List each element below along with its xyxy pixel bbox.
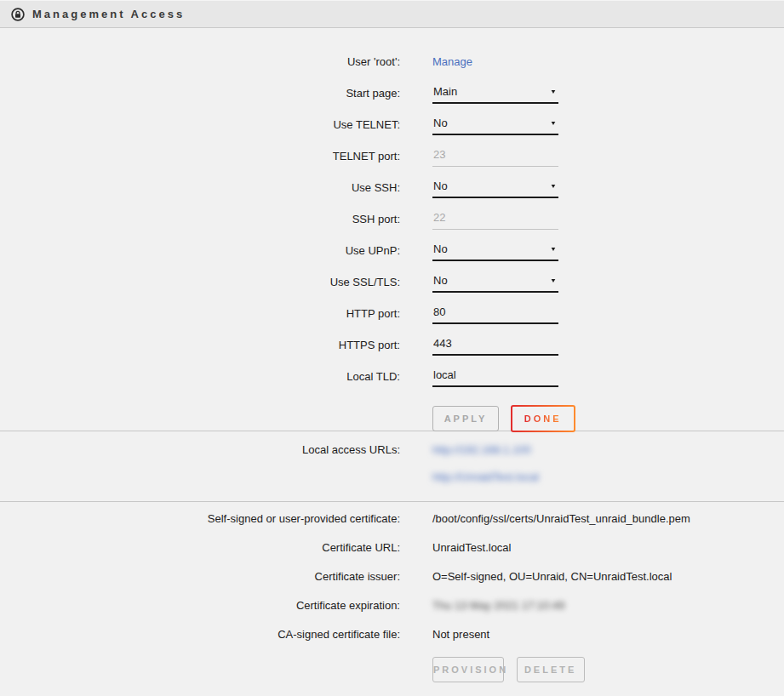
cert-row-url: Certificate URL: UnraidTest.local bbox=[0, 533, 784, 562]
use-ssh-select[interactable]: No ▼ bbox=[432, 177, 558, 198]
form-row-http-port: HTTP port: bbox=[0, 298, 784, 329]
cert-row-ca-file: CA-signed certificate file: Not present bbox=[0, 619, 784, 648]
form-row-use-telnet: Use TELNET: No ▼ bbox=[0, 109, 784, 140]
chevron-down-icon: ▼ bbox=[550, 88, 557, 95]
cert-expiration-value: Thu 13 May 2021 17:10:49 bbox=[432, 599, 784, 612]
form-row-telnet-port: TELNET port: bbox=[0, 140, 784, 172]
use-ssl-select[interactable]: No ▼ bbox=[432, 271, 558, 293]
chevron-down-icon: ▼ bbox=[550, 120, 557, 127]
local-access-url-1[interactable]: http://192.168.1.100 bbox=[432, 443, 531, 456]
local-access-url-2[interactable]: http://UnraidTest.local bbox=[432, 471, 539, 483]
form-buttons-row: APPLY DONE bbox=[0, 405, 784, 431]
http-port-label: HTTP port: bbox=[0, 307, 400, 320]
use-upnp-label: Use UPnP: bbox=[0, 244, 400, 257]
form-row-local-tld: Local TLD: bbox=[0, 361, 784, 392]
ssh-port-input[interactable] bbox=[432, 208, 558, 230]
local-access-label: Local access URLs: bbox=[0, 443, 400, 456]
form-row-start-page: Start page: Main ▼ bbox=[0, 77, 784, 109]
cert-issuer-label: Certificate issuer: bbox=[0, 570, 400, 583]
cert-row-issuer: Certificate issuer: O=Self-signed, OU=Un… bbox=[0, 562, 784, 590]
certificate-section: Self-signed or user-provided certificate… bbox=[0, 501, 784, 693]
cert-bundle-value: /boot/config/ssl/certs/UnraidTest_unraid… bbox=[432, 512, 784, 525]
apply-button[interactable]: APPLY bbox=[432, 406, 499, 431]
form-row-user-root: User 'root': Manage bbox=[0, 46, 784, 77]
cert-row-bundle: Self-signed or user-provided certificate… bbox=[0, 504, 784, 533]
cert-expiration-label: Certificate expiration: bbox=[0, 599, 400, 612]
cert-issuer-value: O=Self-signed, OU=Unraid, CN=UnraidTest.… bbox=[432, 570, 784, 583]
chevron-down-icon: ▼ bbox=[550, 277, 557, 284]
chevron-down-icon: ▼ bbox=[550, 246, 557, 253]
cert-url-value: UnraidTest.local bbox=[432, 541, 784, 554]
local-access-section: Local access URLs: http://192.168.1.100 … bbox=[0, 431, 784, 501]
use-telnet-value: No bbox=[433, 117, 448, 129]
https-port-input[interactable] bbox=[432, 334, 558, 356]
start-page-label: Start page: bbox=[0, 87, 400, 100]
use-ssl-value: No bbox=[433, 274, 448, 287]
form-row-use-ssl: Use SSL/TLS: No ▼ bbox=[0, 266, 784, 298]
certificate-buttons-row: PROVISION DELETE bbox=[0, 655, 784, 684]
start-page-select[interactable]: Main ▼ bbox=[432, 83, 558, 104]
cert-row-expiration: Certificate expiration: Thu 13 May 2021 … bbox=[0, 590, 784, 619]
form-row-use-upnp: Use UPnP: No ▼ bbox=[0, 235, 784, 266]
use-ssh-value: No bbox=[433, 180, 448, 192]
use-telnet-select[interactable]: No ▼ bbox=[432, 114, 558, 135]
cert-bundle-label: Self-signed or user-provided certificate… bbox=[0, 512, 400, 525]
telnet-port-input[interactable] bbox=[432, 145, 558, 167]
use-ssh-label: Use SSH: bbox=[0, 181, 400, 194]
done-button[interactable]: DONE bbox=[511, 405, 575, 432]
local-access-row-2: http://UnraidTest.local bbox=[0, 465, 784, 488]
chevron-down-icon: ▼ bbox=[550, 183, 557, 190]
page-title: Management Access bbox=[32, 8, 185, 20]
done-button-label: DONE bbox=[524, 414, 562, 424]
form-row-https-port: HTTPS port: bbox=[0, 329, 784, 361]
https-port-label: HTTPS port: bbox=[0, 339, 400, 351]
ca-file-label: CA-signed certificate file: bbox=[0, 628, 400, 641]
provision-button[interactable]: PROVISION bbox=[432, 657, 504, 682]
ssh-port-label: SSH port: bbox=[0, 213, 400, 225]
local-tld-label: Local TLD: bbox=[0, 370, 400, 383]
settings-form: User 'root': Manage Start page: Main ▼ U… bbox=[0, 28, 784, 431]
http-port-input[interactable] bbox=[432, 303, 558, 324]
telnet-port-label: TELNET port: bbox=[0, 150, 400, 163]
delete-button[interactable]: DELETE bbox=[517, 657, 585, 682]
local-tld-input[interactable] bbox=[432, 366, 558, 387]
form-row-use-ssh: Use SSH: No ▼ bbox=[0, 172, 784, 203]
management-access-page: Management Access User 'root': Manage St… bbox=[0, 0, 784, 696]
use-upnp-value: No bbox=[433, 242, 448, 255]
use-ssl-label: Use SSL/TLS: bbox=[0, 276, 400, 288]
use-upnp-select[interactable]: No ▼ bbox=[432, 240, 558, 261]
start-page-value: Main bbox=[433, 85, 457, 98]
local-access-row-1: Local access URLs: http://192.168.1.100 bbox=[0, 438, 784, 460]
ca-file-value: Not present bbox=[432, 628, 784, 641]
manage-root-link[interactable]: Manage bbox=[432, 55, 472, 68]
lock-circle-icon bbox=[11, 8, 25, 21]
form-row-ssh-port: SSH port: bbox=[0, 203, 784, 235]
cert-url-label: Certificate URL: bbox=[0, 541, 400, 554]
page-header: Management Access bbox=[0, 0, 784, 28]
user-root-label: User 'root': bbox=[0, 55, 400, 68]
use-telnet-label: Use TELNET: bbox=[0, 118, 400, 131]
